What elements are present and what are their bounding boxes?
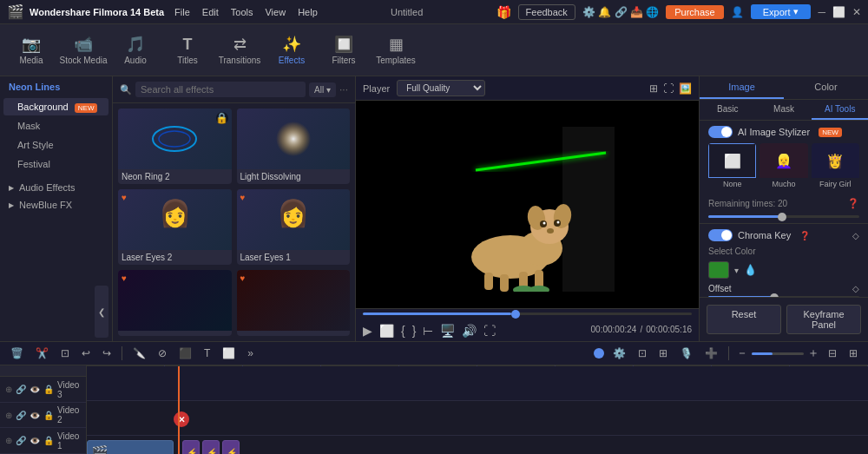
stylizer-slider[interactable] bbox=[708, 215, 859, 218]
ai-preset-none[interactable]: ⬜ None bbox=[708, 143, 756, 190]
redo-button[interactable]: ↪ bbox=[99, 345, 115, 361]
color-dropdown-icon[interactable]: ▾ bbox=[734, 266, 739, 275]
menu-edit[interactable]: Edit bbox=[202, 7, 219, 17]
help-icon[interactable]: ❓ bbox=[847, 198, 859, 209]
stylizer-handle[interactable] bbox=[778, 213, 786, 221]
filter-dropdown[interactable]: All ▾ bbox=[309, 82, 336, 97]
grid-view-icon[interactable]: ⊞ bbox=[649, 82, 658, 95]
media-tab-templates[interactable]: ▦ Templates bbox=[372, 28, 420, 73]
split-button-tl[interactable]: ⊡ bbox=[635, 345, 650, 361]
keyframe-panel-button[interactable]: Keyframe Panel bbox=[786, 305, 861, 334]
progress-bar[interactable] bbox=[363, 313, 692, 315]
video1-mute-icon[interactable]: 👁️ bbox=[30, 436, 40, 445]
video1-lock-icon[interactable]: 🔒 bbox=[43, 436, 54, 445]
more-button[interactable]: » bbox=[244, 345, 257, 361]
reset-button[interactable]: Reset bbox=[707, 305, 781, 334]
video3-mute-icon[interactable]: 👁️ bbox=[30, 385, 40, 394]
monitor-button[interactable]: 🖥️ bbox=[440, 324, 455, 338]
delete-clip-button[interactable]: 🗑️ bbox=[7, 345, 27, 361]
effect-item-laser-eyes-1[interactable]: ♥ Laser Eyes 1 bbox=[237, 189, 351, 265]
effect-item-6[interactable]: ♥ bbox=[237, 270, 351, 336]
menu-tools[interactable]: Tools bbox=[231, 7, 253, 17]
snapshot-button[interactable]: ⬜ bbox=[379, 324, 394, 338]
category-art-style[interactable]: Art Style bbox=[3, 136, 108, 154]
category-mask[interactable]: Mask bbox=[3, 117, 108, 135]
image-settings-icon[interactable]: 🖼️ bbox=[679, 82, 692, 95]
shape-button[interactable]: ⬜ bbox=[219, 345, 239, 361]
media-tab-filters[interactable]: 🔲 Filters bbox=[319, 28, 368, 73]
text-button[interactable]: T bbox=[201, 345, 214, 361]
offset-reset-icon[interactable]: ◇ bbox=[852, 284, 859, 293]
clip-delete-marker[interactable]: ✕ bbox=[174, 411, 189, 427]
media-tab-audio[interactable]: 🎵 Audio bbox=[111, 28, 160, 73]
record-button[interactable] bbox=[594, 348, 604, 359]
media-tab-transitions[interactable]: ⇄ Transitions bbox=[215, 28, 264, 73]
cut-clip-button[interactable]: ✂️ bbox=[32, 345, 52, 361]
video3-link-icon[interactable]: 🔗 bbox=[16, 385, 26, 394]
color-swatch[interactable] bbox=[708, 261, 729, 279]
video2-link-icon[interactable]: 🔗 bbox=[16, 411, 26, 420]
effect-item-light-dissolving[interactable]: Light Dissolving bbox=[237, 109, 351, 184]
purchase-button[interactable]: Purchase bbox=[666, 5, 723, 19]
avatar-icon[interactable]: 👤 bbox=[731, 6, 744, 18]
effect-clip-2[interactable]: ⚡ bbox=[202, 440, 220, 455]
export-button[interactable]: Export ▾ bbox=[751, 4, 812, 19]
tab-color[interactable]: Color bbox=[784, 76, 868, 99]
settings-button[interactable]: ⚙️ bbox=[609, 345, 629, 361]
audio-sync-button[interactable]: 🎙️ bbox=[676, 345, 696, 361]
split-button[interactable]: ⊢ bbox=[423, 324, 433, 338]
fit-icon[interactable]: ⛶ bbox=[663, 82, 674, 95]
category-festival[interactable]: Festival bbox=[3, 155, 108, 173]
close-button[interactable]: ✕ bbox=[852, 6, 861, 18]
ai-stylizer-toggle[interactable] bbox=[708, 126, 733, 138]
offset-handle[interactable] bbox=[770, 293, 779, 298]
play-button[interactable]: ▶ bbox=[363, 324, 372, 338]
cut-button[interactable]: { bbox=[401, 324, 405, 338]
video2-lock-icon[interactable]: 🔒 bbox=[43, 411, 54, 420]
grid-toggle-button[interactable]: ⊞ bbox=[845, 345, 861, 361]
maximize-button[interactable]: ⬜ bbox=[832, 6, 845, 18]
video1-add-icon[interactable]: ⊕ bbox=[5, 436, 12, 445]
chroma-key-toggle[interactable] bbox=[708, 229, 733, 241]
minimize-button[interactable]: ─ bbox=[818, 6, 825, 18]
more-options-icon[interactable]: ··· bbox=[339, 83, 348, 95]
media-tab-media[interactable]: 📷 Media bbox=[7, 28, 56, 73]
chroma-key-settings-icon[interactable]: ◇ bbox=[852, 231, 859, 240]
category-background[interactable]: Background NEW bbox=[3, 98, 108, 115]
media-tab-effects[interactable]: ✨ Effects bbox=[267, 28, 316, 73]
menu-view[interactable]: View bbox=[265, 7, 286, 17]
playhead[interactable] bbox=[178, 366, 180, 454]
effect-item-neon-ring-2[interactable]: 🔒 Neon Ring 2 bbox=[118, 109, 232, 184]
panel-collapse-button[interactable]: ❮ bbox=[95, 286, 108, 338]
subtab-ai-tools[interactable]: AI Tools bbox=[812, 100, 868, 120]
video1-link-icon[interactable]: 🔗 bbox=[16, 436, 26, 445]
eyedropper-icon[interactable]: 💧 bbox=[744, 264, 757, 276]
subtab-basic[interactable]: Basic bbox=[700, 100, 756, 120]
media-tab-stock[interactable]: 📹 Stock Media bbox=[59, 28, 108, 73]
fit-timeline-button[interactable]: ⊟ bbox=[825, 345, 840, 361]
group-newblue-fx[interactable]: ▶ NewBlue FX bbox=[0, 196, 112, 214]
gift-icon[interactable]: 🎁 bbox=[496, 5, 511, 19]
ai-preset-mucho[interactable]: 👱‍♀️ Mucho bbox=[760, 143, 807, 190]
progress-handle[interactable] bbox=[511, 310, 520, 319]
video3-lock-icon[interactable]: 🔒 bbox=[43, 385, 54, 394]
undo-button[interactable]: ↩ bbox=[78, 345, 94, 361]
effect-item-5[interactable]: ♥ bbox=[118, 270, 232, 336]
crop-button[interactable]: ⊡ bbox=[57, 345, 73, 361]
ripple-delete-button[interactable]: ⊘ bbox=[155, 345, 170, 361]
ai-preset-fairy-girl[interactable]: 👸 Fairy Girl bbox=[812, 143, 859, 190]
effect-clip-3[interactable]: ⚡ bbox=[222, 440, 240, 455]
search-input[interactable] bbox=[135, 82, 306, 97]
video-clip-main[interactable]: 🎬 bbox=[87, 440, 174, 455]
media-tab-titles[interactable]: T Titles bbox=[163, 28, 212, 73]
zoom-out-button[interactable]: － bbox=[736, 345, 748, 361]
razor-button[interactable]: 🔪 bbox=[129, 345, 149, 361]
video2-mute-icon[interactable]: 👁️ bbox=[30, 411, 40, 420]
add-marker-button[interactable]: ⬛ bbox=[175, 345, 195, 361]
group-audio-effects[interactable]: ▶ Audio Effects bbox=[0, 179, 112, 196]
volume-button[interactable]: 🔊 bbox=[462, 324, 477, 338]
menu-help[interactable]: Help bbox=[298, 7, 318, 17]
chroma-key-help-icon[interactable]: ❓ bbox=[799, 231, 810, 240]
in-point-button[interactable]: } bbox=[412, 324, 417, 338]
subtab-mask[interactable]: Mask bbox=[756, 100, 812, 120]
